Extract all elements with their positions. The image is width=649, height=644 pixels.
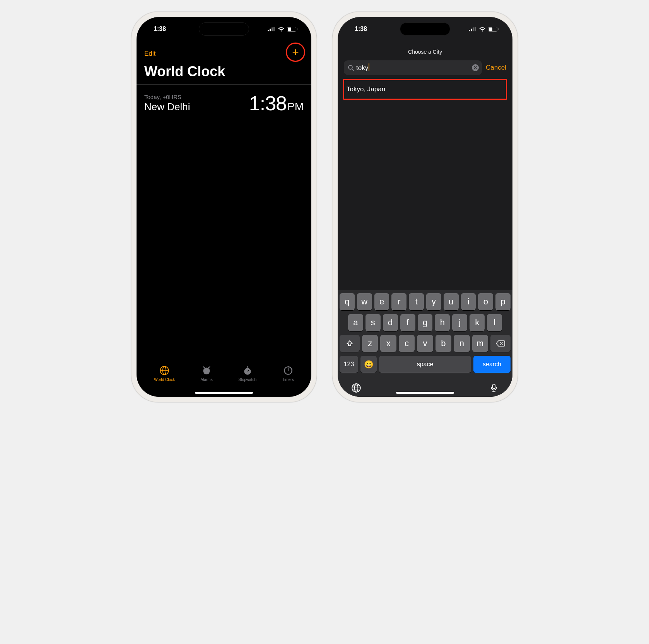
tab-label: World Clock	[154, 378, 175, 382]
key-r[interactable]: r	[391, 293, 406, 310]
key-b[interactable]: b	[436, 335, 451, 352]
keyboard-row-3: z x c v b n m	[340, 335, 511, 352]
plus-icon[interactable]: +	[292, 46, 299, 58]
search-icon	[348, 65, 354, 71]
key-q[interactable]: q	[340, 293, 355, 310]
nav-row: Edit +	[137, 37, 311, 63]
tab-bar: World Clock Alarms Stopwatch Timers	[137, 360, 311, 397]
svg-rect-13	[246, 366, 248, 367]
svg-rect-16	[471, 29, 472, 31]
edit-button[interactable]: Edit	[144, 50, 155, 58]
key-u[interactable]: u	[444, 293, 459, 310]
key-p[interactable]: p	[495, 293, 511, 310]
svg-rect-2	[272, 27, 273, 31]
key-h[interactable]: h	[435, 314, 450, 331]
add-city-button-highlight: +	[286, 43, 305, 62]
space-key[interactable]: space	[379, 356, 471, 373]
search-row: toky ✕ Cancel	[338, 60, 512, 79]
key-z[interactable]: z	[362, 335, 378, 352]
globe-keyboard-icon[interactable]	[351, 383, 361, 393]
key-j[interactable]: j	[452, 314, 467, 331]
cancel-button[interactable]: Cancel	[486, 64, 506, 72]
keyboard-row-2: a s d f g h j k l	[340, 314, 511, 331]
key-t[interactable]: t	[409, 293, 424, 310]
cellular-icon	[268, 27, 275, 31]
clock-city: New Delhi	[144, 101, 190, 113]
shift-key[interactable]	[340, 335, 360, 352]
key-w[interactable]: w	[357, 293, 372, 310]
keyboard-row-1: q w e r t y u i o p	[340, 293, 511, 310]
key-c[interactable]: c	[399, 335, 415, 352]
key-s[interactable]: s	[365, 314, 381, 331]
clock-time: 1:38	[249, 92, 287, 115]
home-indicator[interactable]	[396, 392, 454, 394]
page-title: World Clock	[137, 63, 311, 84]
search-key[interactable]: search	[473, 356, 511, 373]
tab-world-clock[interactable]: World Clock	[154, 366, 175, 382]
svg-rect-20	[489, 27, 492, 31]
status-icons	[268, 27, 297, 32]
keyboard-bottom-row	[340, 377, 511, 393]
globe-icon	[159, 366, 169, 376]
modal-title: Choose a City	[338, 37, 512, 60]
key-n[interactable]: n	[454, 335, 470, 352]
key-i[interactable]: i	[461, 293, 476, 310]
search-value: toky	[356, 63, 369, 72]
svg-point-9	[203, 367, 210, 374]
timer-icon	[283, 366, 293, 376]
dynamic-island	[400, 22, 450, 36]
clock-row[interactable]: Today, +0HRS New Delhi 1:38 PM	[137, 84, 311, 122]
svg-rect-17	[473, 27, 474, 31]
key-l[interactable]: l	[487, 314, 502, 331]
svg-rect-21	[498, 28, 499, 30]
alarm-icon	[202, 366, 212, 376]
tab-stopwatch[interactable]: Stopwatch	[238, 366, 256, 382]
status-time: 1:38	[154, 26, 166, 32]
key-d[interactable]: d	[383, 314, 398, 331]
key-k[interactable]: k	[470, 314, 485, 331]
phone-frame-right: 1:38 Choose a City toky ✕ Cancel Tokyo, …	[332, 12, 518, 402]
svg-rect-5	[288, 27, 291, 31]
tab-label: Alarms	[201, 378, 213, 382]
backspace-icon	[496, 340, 505, 347]
backspace-key[interactable]	[490, 335, 511, 352]
svg-rect-25	[493, 384, 495, 389]
keyboard-row-4: 123 😀 space search	[340, 356, 511, 373]
home-indicator[interactable]	[195, 392, 253, 394]
search-result-highlight: Tokyo, Japan	[343, 79, 507, 100]
status-time: 1:38	[355, 26, 367, 32]
wifi-icon	[479, 27, 486, 32]
key-m[interactable]: m	[472, 335, 488, 352]
numbers-key[interactable]: 123	[340, 356, 358, 373]
battery-icon	[488, 27, 499, 32]
search-input[interactable]: toky ✕	[344, 60, 482, 75]
key-x[interactable]: x	[380, 335, 396, 352]
cellular-icon	[469, 27, 477, 31]
svg-point-11	[208, 367, 209, 369]
key-g[interactable]: g	[418, 314, 433, 331]
keyboard: q w e r t y u i o p a s d f g h j k l	[338, 290, 512, 397]
clock-offset: Today, +0HRS	[144, 94, 190, 100]
tab-timers[interactable]: Timers	[282, 366, 294, 382]
tab-label: Stopwatch	[238, 378, 256, 382]
dynamic-island	[199, 22, 249, 36]
search-result-item[interactable]: Tokyo, Japan	[347, 85, 385, 93]
key-y[interactable]: y	[426, 293, 441, 310]
stopwatch-icon	[243, 366, 253, 376]
screen-right: 1:38 Choose a City toky ✕ Cancel Tokyo, …	[338, 17, 512, 397]
key-o[interactable]: o	[478, 293, 493, 310]
svg-rect-15	[469, 30, 470, 31]
svg-rect-1	[270, 29, 271, 31]
tab-alarms[interactable]: Alarms	[201, 366, 213, 382]
clock-ampm: PM	[287, 101, 304, 113]
emoji-key[interactable]: 😀	[360, 356, 377, 373]
clear-search-button[interactable]: ✕	[472, 64, 479, 71]
key-e[interactable]: e	[374, 293, 389, 310]
battery-icon	[287, 27, 297, 32]
key-a[interactable]: a	[348, 314, 363, 331]
key-v[interactable]: v	[417, 335, 433, 352]
svg-rect-3	[273, 27, 275, 31]
key-f[interactable]: f	[400, 314, 415, 331]
mic-icon[interactable]	[489, 383, 499, 393]
svg-rect-0	[268, 30, 269, 31]
